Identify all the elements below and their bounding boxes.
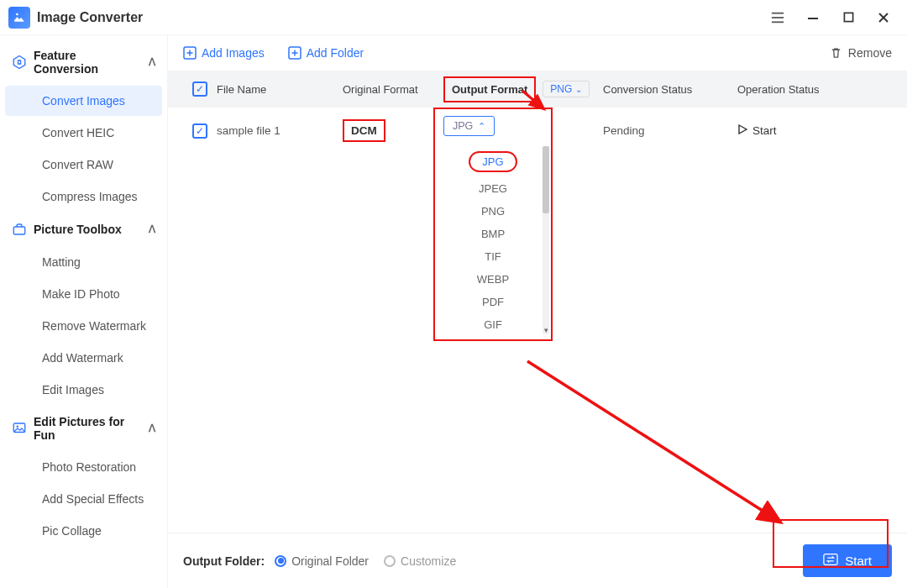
sidebar-item-photo-restoration[interactable]: Photo Restoration	[5, 452, 162, 482]
add-folder-button[interactable]: Add Folder	[288, 46, 364, 60]
dropdown-option[interactable]: PDF	[435, 291, 551, 313]
cell-conversion-status: Pending	[603, 124, 737, 137]
sidebar-item-matting[interactable]: Matting	[5, 247, 162, 277]
sidebar-item-compress-images[interactable]: Compress Images	[5, 181, 162, 212]
sidebar-item-convert-images[interactable]: Convert Images	[5, 86, 162, 116]
row-checkbox[interactable]: ✓	[192, 123, 207, 139]
bottom-bar: Output Folder: Original Folder Customize…	[168, 533, 907, 588]
trash-icon	[830, 46, 843, 60]
dropdown-option-label: GIF	[484, 318, 502, 331]
dropdown-option[interactable]: BMP	[435, 223, 551, 245]
svg-marker-8	[13, 56, 25, 69]
dropdown-option[interactable]: JPG	[435, 146, 551, 177]
row-start-button[interactable]: Start	[737, 124, 892, 137]
sidebar-group-label: Feature Conversion	[34, 49, 142, 76]
dropdown-option-label: WEBP	[477, 273, 509, 286]
sidebar-item-label: Convert RAW	[42, 158, 113, 171]
dropdown-selected-value: JPG	[453, 120, 473, 132]
start-button-label: Start	[845, 554, 872, 568]
scrollbar-thumb[interactable]	[543, 146, 549, 213]
chevron-up-icon: ᐱ	[149, 223, 155, 235]
radio-customize[interactable]: Customize	[384, 554, 456, 568]
radio-icon	[275, 555, 286, 567]
chevron-up-icon: ⌃	[478, 121, 485, 132]
scroll-down-icon[interactable]: ▾	[544, 326, 548, 334]
sidebar-item-add-special-effects[interactable]: Add Special Effects	[5, 484, 162, 514]
sidebar: Feature Conversion ᐱ Convert Images Conv…	[0, 35, 168, 588]
chevron-up-icon: ᐱ	[149, 423, 155, 434]
dropdown-option-label: JPEG	[479, 182, 507, 195]
sidebar-group-picture-toolbox[interactable]: Picture Toolbox ᐱ	[0, 213, 167, 245]
sidebar-item-label: Convert Images	[42, 94, 125, 108]
radio-icon	[384, 555, 396, 567]
output-folder-label: Output Folder:	[183, 554, 265, 568]
start-button[interactable]: Start	[803, 544, 892, 577]
svg-rect-5	[844, 13, 852, 21]
sidebar-item-remove-watermark[interactable]: Remove Watermark	[5, 311, 162, 341]
sidebar-item-label: Add Watermark	[42, 351, 123, 365]
dropdown-option[interactable]: PNG	[435, 200, 551, 223]
remove-label: Remove	[848, 46, 892, 60]
dropdown-option[interactable]: WEBP	[435, 268, 551, 291]
app-title: Image Converter	[37, 10, 143, 25]
sidebar-item-label: Make ID Photo	[42, 287, 120, 301]
sidebar-item-pic-collage[interactable]: Pic Collage	[5, 516, 162, 546]
cell-original-format: DCM	[343, 119, 385, 142]
radio-customize-label: Customize	[401, 554, 456, 568]
svg-rect-9	[13, 227, 25, 234]
plus-icon	[288, 46, 301, 60]
table-header: ✓ File Name Original Format Output Forma…	[168, 71, 907, 108]
radio-original-folder[interactable]: Original Folder	[275, 554, 369, 568]
swap-icon	[823, 553, 838, 569]
output-format-dropdown: JPG ⌃ ▾ JPG JPEG PNG BMP TIF WEBP PDF GI…	[433, 108, 553, 341]
sidebar-group-label: Edit Pictures for Fun	[34, 415, 142, 442]
add-images-label: Add Images	[202, 46, 265, 60]
dropdown-selected[interactable]: JPG ⌃	[443, 116, 495, 136]
add-images-button[interactable]: Add Images	[183, 46, 265, 60]
dropdown-option[interactable]: GIF	[435, 313, 551, 336]
dropdown-option[interactable]: JPEG	[435, 177, 551, 200]
app-logo-icon	[8, 7, 30, 29]
sidebar-item-label: Add Special Effects	[42, 492, 144, 506]
titlebar: Image Converter	[0, 0, 907, 35]
play-icon	[737, 124, 747, 137]
sidebar-item-add-watermark[interactable]: Add Watermark	[5, 343, 162, 373]
row-start-label: Start	[752, 124, 777, 137]
sidebar-group-label: Picture Toolbox	[34, 223, 122, 236]
select-all-checkbox[interactable]: ✓	[192, 81, 207, 97]
sidebar-item-make-id-photo[interactable]: Make ID Photo	[5, 279, 162, 309]
sidebar-item-label: Compress Images	[42, 190, 138, 203]
sidebar-group-edit-pictures-for-fun[interactable]: Edit Pictures for Fun ᐱ	[0, 407, 167, 450]
sidebar-group-feature-conversion[interactable]: Feature Conversion ᐱ	[0, 40, 167, 84]
svg-point-11	[17, 426, 18, 428]
dropdown-option[interactable]: TIF	[435, 245, 551, 268]
add-folder-label: Add Folder	[307, 46, 364, 60]
menu-icon[interactable]	[771, 11, 784, 24]
sidebar-item-convert-heic[interactable]: Convert HEIC	[5, 118, 162, 148]
feature-conversion-icon	[12, 55, 27, 70]
dropdown-option-label: BMP	[481, 228, 505, 240]
col-header-file-name: File Name	[217, 83, 343, 96]
dropdown-option-label: TIF	[485, 250, 501, 263]
remove-button[interactable]: Remove	[830, 46, 892, 60]
sidebar-item-label: Matting	[42, 255, 81, 269]
minimize-button[interactable]	[806, 11, 820, 24]
dropdown-option-label: PNG	[481, 205, 505, 218]
col-header-operation-status: Operation Status	[737, 83, 892, 96]
cell-file-name: sample file 1	[217, 124, 343, 137]
main-panel: Add Images Add Folder Remove ✓ File Name	[168, 35, 907, 588]
col-header-conversion-status: Conversion Status	[603, 83, 737, 96]
output-format-header-value: PNG	[550, 83, 572, 95]
sidebar-item-edit-images[interactable]: Edit Images	[5, 375, 162, 405]
main-toolbar: Add Images Add Folder Remove	[168, 35, 907, 71]
sidebar-item-label: Convert HEIC	[42, 126, 114, 139]
dropdown-option-label: JPG	[469, 151, 516, 172]
close-button[interactable]	[877, 11, 890, 24]
chevron-down-icon: ⌄	[575, 85, 582, 94]
maximize-button[interactable]	[841, 11, 855, 24]
col-header-output-format: Output Format	[443, 76, 536, 102]
svg-point-0	[16, 13, 18, 15]
radio-original-label: Original Folder	[291, 554, 369, 568]
sidebar-item-convert-raw[interactable]: Convert RAW	[5, 150, 162, 180]
output-format-header-select[interactable]: PNG ⌄	[543, 81, 590, 97]
